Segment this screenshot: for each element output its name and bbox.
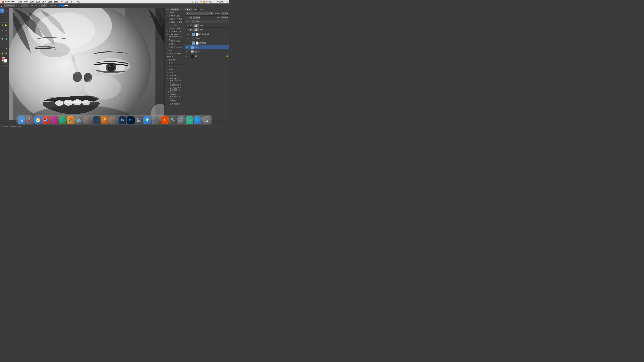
action-item[interactable]: ✓▾动作 2 [164, 55, 185, 58]
action-item[interactable]: ✓动作 5 [164, 68, 185, 71]
measure-tool[interactable]: 📐 [4, 23, 8, 27]
tab-actions[interactable]: 动作 [164, 8, 170, 11]
history-brush-tool[interactable]: ↩ [0, 32, 4, 37]
dock-itunes[interactable]: 🎵 [51, 116, 58, 124]
dock-slideshow[interactable]: 🖼 [135, 116, 143, 124]
action-item[interactable]: ✓▸初始动作 [164, 11, 185, 14]
action-item[interactable]: ✓制作智能绘效（选定...） [164, 36, 185, 39]
menu-select[interactable]: 选择 [47, 0, 53, 3]
menu-filter[interactable]: 滤镜 [53, 0, 59, 3]
dock-basket[interactable]: 📦 [101, 116, 109, 124]
opacity-value-input[interactable] [220, 12, 227, 15]
action-item[interactable]: ✓▸动作 7dp [164, 74, 185, 77]
layer-eye-action1[interactable]: 👁 [187, 38, 189, 39]
text-tool[interactable]: T [0, 46, 4, 50]
path-select-tool[interactable]: ↖ [4, 46, 8, 50]
dock-ibooks[interactable]: 📚 [67, 116, 74, 124]
layer-item-fill-copy[interactable]: 👁 颜色填充 1 拷贝 [185, 32, 229, 36]
dock-help[interactable]: ❓ [83, 116, 91, 124]
dock-launchpad[interactable]: 🚀 [26, 116, 34, 124]
dock-game[interactable]: 🎮 [152, 116, 159, 124]
dock-finder[interactable]: 🖥 [18, 116, 26, 124]
tool-preset-select[interactable]: 中等画笔 [4, 4, 15, 7]
dock-mail[interactable]: 📬 [42, 116, 50, 124]
layer-item-curve2[interactable]: 👁 🔗 fx 曲线 2 [185, 23, 229, 28]
action-item[interactable]: ✓动作 6 [164, 71, 185, 74]
lock-position-btn[interactable]: ✛ [196, 16, 198, 19]
artboard-tool[interactable]: ⊞ [4, 8, 8, 12]
action-item[interactable]: ✓选择 图层「背景...」 [164, 96, 185, 99]
marquee-tool[interactable]: ▭ [0, 14, 4, 18]
hand-tool[interactable]: ✋ [0, 51, 4, 55]
action-item[interactable]: ✓动作 3F1 [164, 61, 185, 64]
dock-help2[interactable]: ❓ [109, 116, 117, 124]
layer-group-header[interactable]: 👁 ▾ 叠叠层 [185, 20, 229, 23]
dock-bridge[interactable]: Br [119, 116, 126, 124]
eraser-tool[interactable]: ◻ [4, 32, 8, 37]
size-input[interactable] [20, 4, 28, 7]
layer-eye-layer1[interactable]: 👁 [186, 46, 188, 48]
action-item[interactable]: 更多... [164, 49, 185, 52]
action-item[interactable]: ✓建立 画层 [164, 58, 185, 61]
layer-eye-curve2[interactable]: 👁 [187, 24, 189, 26]
dock-sysprefs[interactable]: ⚙️ [75, 116, 83, 124]
action-item[interactable]: ✓水中倒影（文字） [164, 27, 185, 30]
lock-paint-btn[interactable]: 🖌 [193, 16, 195, 19]
zoom-tool[interactable]: 🔍 [4, 51, 8, 55]
opacity-chevron[interactable]: ▾ [227, 12, 228, 14]
blend-mode-select[interactable]: 叠加 正常 滤色 正片叠底 [186, 12, 213, 15]
action-item[interactable]: ✓设置 当前图层 [164, 102, 185, 105]
dock-chrome[interactable]: 🌐 [59, 116, 66, 124]
menu-file[interactable]: 文件 [17, 0, 23, 3]
menu-window[interactable]: 窗口 [70, 0, 76, 3]
pen-tool[interactable]: ✒ [4, 41, 8, 45]
action-item[interactable]: ✓选择：模拟「背景...」 [164, 80, 185, 83]
lock-transparency-btn[interactable]: ◫ [190, 16, 192, 19]
menu-help[interactable]: 帮助 [76, 0, 82, 3]
action-item[interactable]: ✓流动效果（最近） [164, 14, 185, 17]
move-tool[interactable]: ✛ [0, 8, 4, 12]
dock-antivirus[interactable]: 🛡 [186, 116, 193, 124]
layer-item-action1[interactable]: 👁 动作 1 [185, 36, 229, 41]
action-item[interactable]: ✓四分颜色 [164, 42, 185, 46]
background-color[interactable] [4, 59, 7, 62]
action-item[interactable]: ✓动作 4F2 [164, 64, 185, 68]
layer-item-bg-copy[interactable]: 👁 背景 拷贝 [185, 50, 229, 54]
action-item[interactable]: ✓投影（文字） [164, 24, 185, 27]
flow-slider[interactable] [59, 4, 68, 7]
dock-browser[interactable]: 🌍 [144, 116, 151, 124]
crop-tool[interactable]: ⌗ [4, 18, 8, 22]
tab-channels[interactable]: 通道 [192, 8, 198, 11]
action-item[interactable]: ✓木质肌感 - 60 像素 [164, 20, 185, 24]
action-item[interactable]: ✓混合描笔笔迹模板组 [164, 52, 185, 55]
search-icon[interactable]: 🔍 [226, 1, 228, 3]
menu-layer[interactable]: 图层 [35, 0, 41, 3]
dock-app3[interactable]: 🔗 [178, 116, 185, 124]
group-visibility[interactable]: 👁 [186, 20, 188, 22]
lock-all-btn[interactable]: 🔒 [198, 16, 200, 19]
apple-menu[interactable]: 🍎 [1, 0, 4, 3]
menu-image[interactable]: 图像 [29, 0, 35, 3]
group-expand-icon[interactable]: ▾ [191, 21, 192, 22]
layer-item-layer1[interactable]: 👁 图层 1 [185, 45, 229, 50]
tab-paths[interactable]: 路径 [198, 8, 205, 11]
dock-photoshop[interactable]: Ps [127, 116, 134, 124]
screen-mode-tool[interactable]: ⬛ [4, 64, 8, 68]
action-item[interactable]: ✓存储为 Photoshop ... [164, 46, 185, 49]
layer-eye-fill1[interactable]: 👁 [187, 42, 189, 44]
blur-tool[interactable]: 💧 [4, 37, 8, 41]
clone-tool[interactable]: ✂ [4, 28, 8, 32]
menu-edit[interactable]: 编辑 [23, 0, 29, 3]
dock-app2[interactable]: 🔧 [169, 116, 177, 124]
quick-mask-tool[interactable]: ⬚ [0, 64, 4, 68]
action-item[interactable]: ✓添加效果 - 60 像素 [164, 17, 185, 20]
eyedropper-tool[interactable]: 💉 [0, 23, 4, 27]
layer-eye-curve1[interactable]: 👁 [187, 29, 189, 31]
dock-web[interactable]: 🌐 [194, 116, 202, 124]
gradient-tool[interactable]: ▓ [0, 37, 4, 41]
layer-item-fill1[interactable]: 👁 颜色填充 1 [185, 41, 229, 45]
dock-trash[interactable]: 🗑 [204, 116, 211, 124]
fill-value-input[interactable] [220, 16, 227, 19]
action-item[interactable]: ✓选择 图层「背景...」 [164, 90, 185, 93]
layer-item-curve1[interactable]: 👁 🔗 fx 曲线 1 [185, 28, 229, 32]
